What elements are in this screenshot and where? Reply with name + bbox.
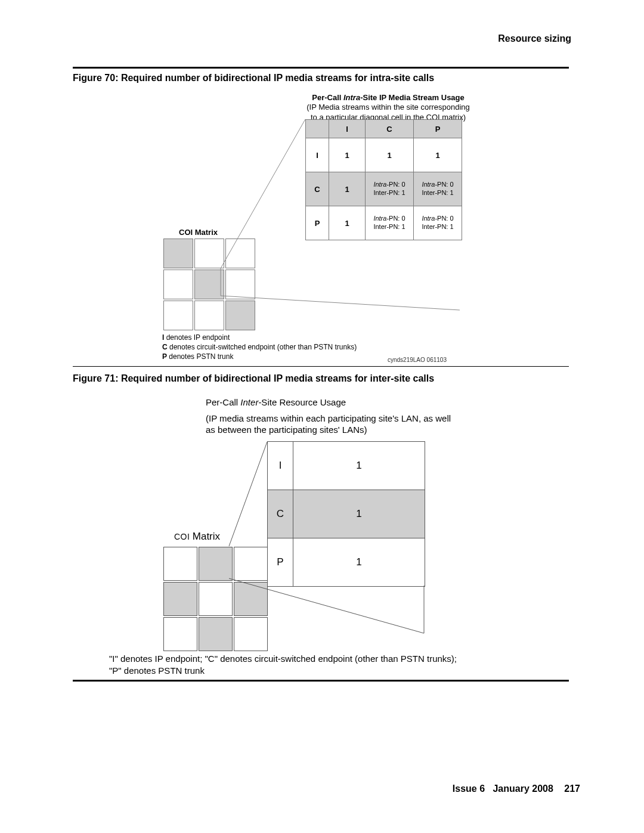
leg70-P: denotes PSTN trunk	[167, 352, 233, 361]
figure71-subtitle-line3: as between the participating sites' LANs…	[206, 424, 367, 436]
fig70-row-P: P	[306, 206, 329, 240]
fig71-row-P-lbl: P	[268, 538, 293, 587]
fig70-CP: Intra-PN: 0 Inter-PN: 1	[414, 172, 462, 206]
leg71-l2: "P" denotes PSTN trunk	[109, 665, 205, 676]
figure70-coi-matrix	[162, 237, 256, 332]
section-header: Resource sizing	[498, 33, 571, 44]
fig70-II: 1	[329, 138, 366, 172]
footer-date: January 2008	[493, 784, 553, 794]
figure71-stream-table: I 1 C 1 P 1	[267, 441, 425, 587]
fig70-row-I: I	[306, 138, 329, 172]
fig71-row-C-val: 1	[293, 490, 425, 538]
fig70-CC: Intra-PN: 0 Inter-PN: 1	[366, 172, 414, 206]
figure71-caption: Figure 71: Required number of bidirectio…	[73, 373, 434, 384]
figure70-subtitle: Per-Call Intra-Site IP Media Stream Usag…	[290, 93, 487, 122]
fig71-row-I-lbl: I	[268, 442, 293, 490]
fig70-col-P: P	[414, 120, 462, 138]
fig70-PP: Intra-PN: 0 Inter-PN: 1	[414, 206, 462, 240]
fig70-cc-inter: Inter-PN: 1	[373, 189, 405, 196]
fig70-PI: 1	[329, 206, 366, 240]
fig70-row-C: C	[306, 172, 329, 206]
fig70-col-I: I	[329, 120, 366, 138]
fig70-cp-pn0: -PN: 0	[435, 181, 453, 188]
top-rule	[73, 67, 569, 69]
fig70-IP: 1	[414, 138, 462, 172]
fig70-PC: Intra-PN: 0 Inter-PN: 1	[366, 206, 414, 240]
svg-line-1	[221, 296, 460, 310]
svg-line-3	[229, 442, 267, 546]
fig70-col-C: C	[366, 120, 414, 138]
figure71-legend: "I" denotes IP endpoint; "C" denotes cir…	[109, 653, 457, 677]
fig71-row-I-val: 1	[293, 442, 425, 490]
fig71-row-C-lbl: C	[268, 490, 293, 538]
fig70-sub-pre: Per-Call	[312, 93, 343, 102]
fig70-pp-intra: Intra	[422, 215, 435, 222]
fig70-sub-l2: (IP Media streams within the site corres…	[306, 103, 470, 112]
leg70-C-b: C	[162, 343, 168, 351]
fig70-CI: 1	[329, 172, 366, 206]
figure70-refid: cynds219LAO 061103	[388, 357, 447, 363]
figure71-subtitle-line1: Per-Call Inter-Site Resource Usage	[206, 397, 346, 408]
mid-rule-1	[73, 366, 569, 367]
leg70-P-b: P	[162, 352, 167, 361]
bottom-rule	[73, 680, 569, 682]
leg71-l1: "I" denotes IP endpoint; "C" denotes cir…	[109, 654, 457, 664]
fig70-sub-ital: Intra	[343, 93, 360, 102]
fig71-row-P-val: 1	[293, 538, 425, 587]
figure71-subtitle-line2: (IP media streams within each participat…	[206, 413, 451, 425]
fig70-cc-pn0: -PN: 0	[386, 181, 405, 188]
fig70-pp-inter: Inter-PN: 1	[422, 223, 453, 230]
fig70-pc-pn0: -PN: 0	[386, 215, 405, 222]
fig70-pc-inter: Inter-PN: 1	[373, 223, 405, 230]
fig70-cc-intra: Intra	[373, 181, 386, 188]
leg70-I: denotes IP endpoint	[164, 333, 230, 342]
page-container: Resource sizing Figure 70: Required numb…	[0, 0, 644, 833]
fig70-IC: 1	[366, 138, 414, 172]
figure70-caption: Figure 70: Required number of bidirectio…	[73, 73, 434, 83]
footer-issue: Issue 6	[453, 784, 485, 794]
fig70-sub-suf: -Site IP Media Stream Usage	[360, 93, 465, 102]
fig70-pc-intra: Intra	[373, 215, 386, 222]
fig70-cp-intra: Intra	[422, 181, 435, 188]
fig70-pp-pn0: -PN: 0	[435, 215, 453, 222]
figure71-matrix-label: COI Matrix	[174, 531, 220, 543]
leg70-C: denotes circuit-switched endpoint (other…	[168, 343, 357, 351]
fig70-cp-inter: Inter-PN: 1	[422, 189, 453, 196]
figure70-stream-table: I C P I 1 1 1 C 1 Intra-PN: 0 Inter-PN: …	[305, 119, 462, 240]
figure70-matrix-label: COI Matrix	[179, 228, 218, 237]
page-footer: Issue 6 January 2008 217	[453, 784, 580, 794]
figure71-coi-matrix	[162, 546, 269, 652]
figure70-legend: I denotes IP endpoint C denotes circuit-…	[162, 333, 357, 362]
footer-page: 217	[564, 784, 580, 794]
